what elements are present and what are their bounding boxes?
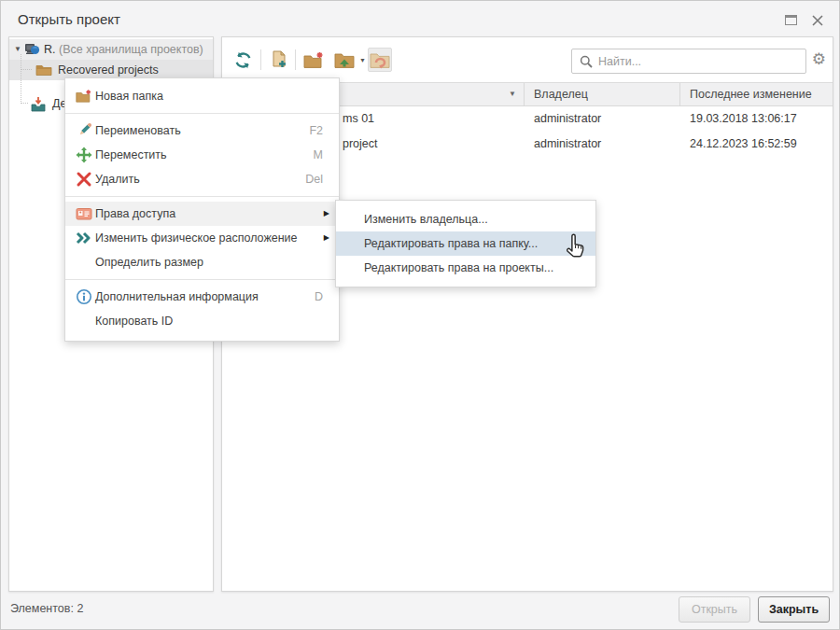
tree-item-all-storages[interactable]: ▼ R. (Все хранилища проектов) xyxy=(9,39,213,60)
move-icon xyxy=(76,147,92,163)
toolbar-separator xyxy=(260,49,261,70)
toolbar: ▼ ⚙ xyxy=(222,37,833,80)
shortcut-label: D xyxy=(315,285,323,309)
info-icon xyxy=(76,288,92,305)
submenu-item-change-owner[interactable]: Изменить владельца... xyxy=(336,207,595,231)
maximize-icon xyxy=(785,15,797,25)
menu-separator xyxy=(65,279,339,280)
folder-icon xyxy=(35,63,52,77)
title-bar: Открыть проект xyxy=(1,1,839,36)
open-folder-button[interactable] xyxy=(332,48,357,72)
new-folder-icon xyxy=(303,51,325,69)
menu-item-determine-size[interactable]: Определить размер xyxy=(65,250,339,274)
rename-pencil-icon xyxy=(76,122,92,139)
restore-folder-icon xyxy=(370,51,391,69)
open-button[interactable]: Открыть xyxy=(679,596,750,623)
refresh-icon xyxy=(233,50,253,70)
column-header-owner[interactable]: Владелец xyxy=(525,83,680,105)
restore-folder-button[interactable] xyxy=(368,48,392,72)
new-folder-button[interactable] xyxy=(301,48,326,72)
items-count-label: Элементов: 2 xyxy=(10,602,83,615)
close-dialog-button[interactable]: Закрыть xyxy=(758,596,830,623)
search-box xyxy=(571,49,806,74)
tree-guide-line xyxy=(21,65,28,104)
close-button[interactable] xyxy=(809,13,826,28)
cell-modified: 24.12.2023 16:52:59 xyxy=(680,132,833,157)
tree-item-label: R. xyxy=(44,39,56,60)
submenu-item-edit-project-rights[interactable]: Редактировать права на проекты... xyxy=(336,256,595,280)
shortcut-label: Del xyxy=(305,167,323,191)
menu-separator xyxy=(65,113,339,114)
open-folder-dropdown-icon[interactable]: ▼ xyxy=(359,57,366,63)
access-rights-submenu: Изменить владельца... Редактировать прав… xyxy=(335,200,596,287)
menu-item-additional-info[interactable]: Дополнительная информация D xyxy=(65,285,339,309)
open-folder-icon xyxy=(334,51,356,69)
maximize-button[interactable] xyxy=(783,13,800,28)
new-folder-icon xyxy=(76,88,92,105)
gear-icon[interactable]: ⚙ xyxy=(812,49,826,69)
search-input[interactable] xyxy=(598,50,802,72)
close-icon xyxy=(811,14,824,27)
search-icon xyxy=(580,55,593,68)
context-menu: Новая папка Переименовать F2 Переместить… xyxy=(64,77,340,342)
menu-item-change-physical-location[interactable]: Изменить физическое расположение ▶ xyxy=(65,226,339,250)
menu-item-copy-id[interactable]: Копировать ID xyxy=(65,309,339,333)
cell-owner: administrator xyxy=(525,132,680,157)
menu-item-rename[interactable]: Переименовать F2 xyxy=(65,119,339,143)
submenu-arrow-icon: ▶ xyxy=(324,202,329,226)
delete-icon xyxy=(76,171,92,188)
menu-item-access-rights[interactable]: Права доступа ▶ xyxy=(65,202,339,226)
double-chevron-icon xyxy=(76,230,92,246)
cell-owner: administrator xyxy=(525,106,680,132)
submenu-arrow-icon: ▶ xyxy=(324,226,329,250)
tree-item-suffix: (Все хранилища проектов) xyxy=(59,39,203,60)
sort-desc-icon[interactable]: ▼ xyxy=(509,83,516,105)
shortcut-label: F2 xyxy=(309,119,323,143)
new-document-icon xyxy=(269,49,289,70)
menu-item-delete[interactable]: Удалить Del xyxy=(65,167,339,191)
status-bar: Элементов: 2 Открыть Закрыть xyxy=(1,590,839,629)
new-project-button[interactable] xyxy=(267,48,291,72)
refresh-button[interactable] xyxy=(231,48,255,72)
menu-item-move[interactable]: Переместить M xyxy=(65,143,339,167)
permissions-id-card-icon xyxy=(76,205,92,222)
menu-item-new-folder[interactable]: Новая папка xyxy=(65,84,339,108)
submenu-item-edit-folder-rights[interactable]: Редактировать права на папку... xyxy=(336,231,595,256)
toolbar-separator xyxy=(295,49,296,70)
column-header-modified[interactable]: Последнее изменение xyxy=(680,83,833,105)
cell-modified: 19.03.2018 13:06:17 xyxy=(680,106,833,132)
shortcut-label: M xyxy=(314,143,323,167)
menu-separator xyxy=(65,196,339,197)
inbox-icon xyxy=(30,96,47,112)
dialog-title: Открыть проект xyxy=(18,11,120,27)
